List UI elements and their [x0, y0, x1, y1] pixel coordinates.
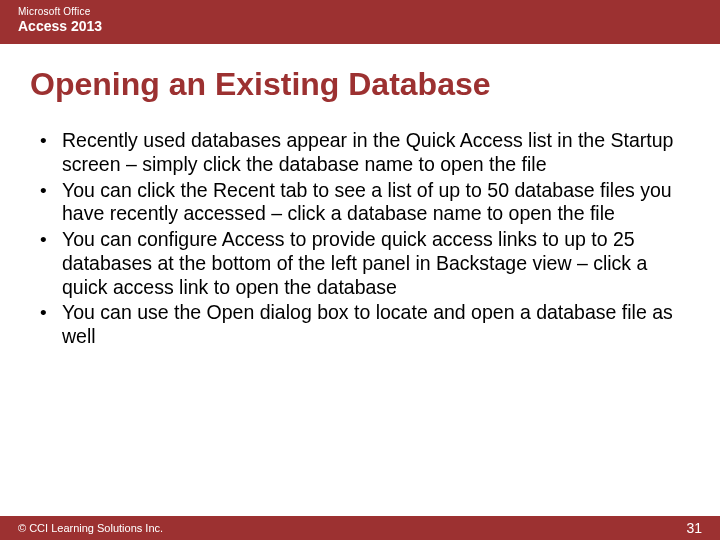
page-title: Opening an Existing Database — [0, 44, 720, 111]
product-label: Access 2013 — [18, 18, 702, 34]
list-item: You can click the Recent tab to see a li… — [34, 179, 686, 227]
copyright-label: © CCI Learning Solutions Inc. — [18, 522, 163, 534]
footer-band: © CCI Learning Solutions Inc. 31 — [0, 516, 720, 540]
bullet-list: Recently used databases appear in the Qu… — [34, 129, 686, 349]
page-number: 31 — [686, 520, 702, 536]
slide: Microsoft Office Access 2013 Opening an … — [0, 0, 720, 540]
brand-label: Microsoft Office — [18, 6, 702, 17]
header-band: Microsoft Office Access 2013 — [0, 0, 720, 44]
list-item: You can configure Access to provide quic… — [34, 228, 686, 299]
list-item: You can use the Open dialog box to locat… — [34, 301, 686, 349]
body-content: Recently used databases appear in the Qu… — [0, 111, 720, 516]
list-item: Recently used databases appear in the Qu… — [34, 129, 686, 177]
